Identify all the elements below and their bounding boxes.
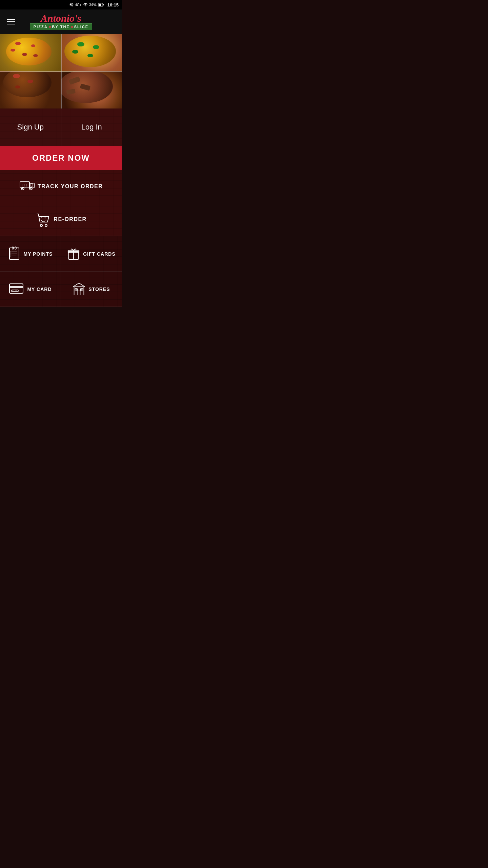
re-order-button[interactable]: RE-ORDER	[0, 203, 122, 236]
svg-point-9	[30, 188, 31, 189]
points-icon	[8, 246, 20, 261]
topping	[15, 42, 21, 45]
my-card-inner: MY CARD	[9, 283, 52, 295]
topping-green	[72, 50, 78, 54]
svg-point-23	[10, 254, 11, 255]
vertical-divider-hero	[61, 34, 62, 108]
my-points-label: MY POINTS	[24, 251, 53, 257]
track-order-label: TRACK YOUR ORDER	[38, 183, 103, 190]
truck-icon	[19, 180, 33, 193]
gift-cards-label: GIFT CARDS	[83, 251, 116, 257]
my-points-button[interactable]: MY POINTS	[0, 236, 61, 272]
logo-dot-2	[71, 26, 73, 28]
app-header: Antonio's PIZZA BY THE SLICE	[0, 9, 122, 34]
svg-point-7	[22, 188, 23, 189]
topping	[11, 49, 15, 52]
pizza-3-visual	[3, 72, 52, 97]
log-in-button[interactable]: Log In	[61, 108, 122, 146]
svg-rect-29	[9, 284, 23, 293]
topping-sausage	[69, 76, 81, 85]
topping	[13, 74, 20, 78]
topping-green	[77, 42, 84, 46]
my-card-button[interactable]: MY CARD	[0, 272, 61, 307]
battery-percent: 34%	[89, 3, 97, 7]
pizza-4-visual	[61, 72, 113, 103]
topping	[31, 44, 35, 47]
topping	[33, 54, 38, 57]
stores-label: STORES	[88, 287, 110, 292]
logo-name: Antonio's	[41, 13, 81, 23]
svg-rect-30	[9, 286, 23, 288]
hamburger-line-1	[7, 19, 15, 20]
re-order-inner: RE-ORDER	[35, 213, 86, 226]
logo-subtitle-slice: SLICE	[74, 25, 88, 29]
svg-rect-1	[99, 4, 101, 6]
battery-icon	[98, 3, 104, 7]
topping	[22, 53, 27, 56]
track-order-button[interactable]: TRACK YOUR ORDER	[0, 170, 122, 203]
stores-inner: STORES	[73, 282, 110, 296]
my-points-inner: MY POINTS	[8, 246, 53, 261]
svg-rect-5	[30, 184, 33, 186]
svg-rect-34	[78, 291, 80, 295]
logo-subtitle-by: BY THE	[52, 25, 70, 29]
pizza-1-visual	[6, 38, 52, 65]
hero-image	[0, 34, 122, 108]
re-order-label: RE-ORDER	[54, 216, 86, 222]
auth-section: Sign Up Log In	[0, 108, 122, 146]
gift-icon	[67, 246, 80, 261]
gift-cards-inner: GIFT CARDS	[67, 246, 116, 261]
hamburger-line-2	[7, 21, 15, 22]
store-icon	[73, 282, 85, 296]
sign-up-label: Sign Up	[17, 123, 44, 131]
reorder-icon	[35, 213, 49, 226]
gift-cards-button[interactable]: GIFT CARDS	[61, 236, 122, 272]
svg-point-24	[10, 256, 11, 257]
log-in-label: Log In	[81, 123, 102, 131]
stores-button[interactable]: STORES	[61, 272, 122, 307]
topping	[15, 85, 20, 88]
logo-dot-1	[49, 26, 51, 28]
logo-subtitle-pizza: PIZZA	[34, 25, 48, 29]
pizza-cell-4	[61, 72, 122, 108]
topping-green	[87, 54, 93, 57]
my-card-label: MY CARD	[27, 287, 52, 292]
topping-green	[93, 45, 100, 49]
pizza-cell-2	[61, 34, 122, 71]
hamburger-line-3	[7, 24, 15, 24]
logo: Antonio's PIZZA BY THE SLICE	[30, 13, 92, 30]
svg-rect-2	[103, 4, 103, 6]
mute-icon	[69, 2, 74, 7]
svg-point-22	[10, 252, 11, 253]
svg-rect-3	[20, 182, 29, 188]
hamburger-menu-button[interactable]	[5, 18, 16, 26]
pizza-cell-3	[0, 72, 61, 108]
svg-point-13	[40, 224, 42, 226]
network-indicator: 4G+	[75, 3, 82, 7]
card-icon	[9, 283, 24, 295]
svg-point-14	[45, 224, 47, 226]
sign-up-button[interactable]: Sign Up	[0, 108, 61, 146]
track-order-inner: TRACK YOUR ORDER	[19, 180, 103, 193]
order-now-button[interactable]: ORDER NOW	[0, 146, 122, 170]
signal-icon	[83, 2, 88, 7]
topping-sausage	[66, 89, 76, 95]
pizza-cell-1	[0, 34, 61, 71]
status-time: 16:15	[107, 2, 119, 7]
grid-section: MY POINTS	[0, 236, 122, 307]
topping-sausage	[80, 83, 90, 91]
pizza-2-visual	[64, 36, 116, 67]
topping	[27, 80, 33, 83]
order-now-label: ORDER NOW	[32, 153, 90, 162]
status-bar: 4G+ 34% 16:15	[0, 0, 122, 9]
status-icons: 4G+ 34% 16:15	[69, 2, 119, 7]
logo-subtitle: PIZZA BY THE SLICE	[30, 23, 92, 30]
